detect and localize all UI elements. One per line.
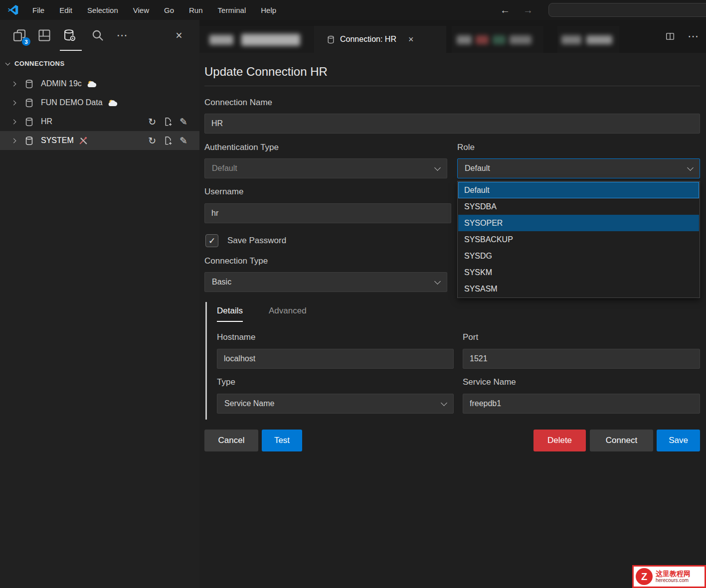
save-password-label: Save Password	[227, 236, 286, 246]
tab-blurred-right-2[interactable]	[557, 26, 619, 53]
main-body: 3 ⋯ × CONNECTIONS	[0, 20, 706, 588]
search-icon[interactable]	[90, 28, 105, 43]
chevron-down-icon	[434, 278, 441, 285]
role-option-sysasm[interactable]: SYSASM	[458, 281, 699, 297]
role-option-sysoper[interactable]: SYSOPER	[458, 215, 699, 231]
chevron-right-icon[interactable]	[11, 119, 16, 124]
tab-bar: Connection: HR × ⋯	[199, 20, 706, 53]
active-view-underline	[60, 50, 82, 51]
connection-label: SYSTEM	[41, 136, 74, 145]
split-editor-icon[interactable]	[666, 32, 675, 41]
connection-count-badge: 3	[22, 37, 30, 46]
authentication-type-value: Default	[212, 164, 237, 173]
layout-panels-icon[interactable]	[37, 28, 52, 43]
tab-blurred-right-1[interactable]	[452, 26, 543, 53]
connections-title: CONNECTIONS	[14, 60, 64, 67]
role-option-sysdba[interactable]: SYSDBA	[458, 198, 699, 215]
type-value: Service Name	[224, 399, 274, 408]
refresh-icon[interactable]: ↻	[148, 117, 156, 127]
tab-blurred-left[interactable]	[199, 26, 313, 53]
menu-help[interactable]: Help	[253, 6, 284, 14]
titlebar: File Edit Selection View Go Run Terminal…	[0, 0, 706, 20]
tab-advanced[interactable]: Advanced	[269, 306, 307, 322]
role-option-sysbackup[interactable]: SYSBACKUP	[458, 231, 699, 248]
chevron-right-icon[interactable]	[11, 138, 16, 143]
close-sidebar-icon[interactable]: ×	[172, 28, 186, 43]
menu-run[interactable]: Run	[181, 6, 210, 14]
test-button[interactable]: Test	[262, 430, 302, 451]
connection-item-system[interactable]: SYSTEM ↻ ✎	[0, 131, 199, 150]
connection-type-select[interactable]: Basic	[204, 272, 447, 292]
tab-connection-hr[interactable]: Connection: HR ×	[314, 26, 446, 53]
port-input[interactable]	[463, 349, 700, 369]
authentication-type-select[interactable]: Default	[204, 158, 447, 178]
username-input[interactable]	[204, 203, 451, 223]
menu-file[interactable]: File	[25, 6, 52, 14]
menu-terminal[interactable]: Terminal	[210, 6, 254, 14]
close-tab-icon[interactable]: ×	[408, 34, 414, 45]
new-file-icon[interactable]	[163, 136, 173, 146]
database-icon	[24, 136, 34, 146]
vscode-window: File Edit Selection View Go Run Terminal…	[0, 0, 706, 588]
tab-details[interactable]: Details	[217, 306, 243, 322]
role-option-syskm[interactable]: SYSKM	[458, 264, 699, 281]
cancel-button[interactable]: Cancel	[204, 430, 258, 451]
connection-name-input[interactable]	[204, 114, 700, 134]
menu-view[interactable]: View	[126, 6, 157, 14]
row-actions: ↻ ✎	[148, 136, 187, 146]
database-explorer-icon[interactable]	[62, 28, 77, 43]
menu-selection[interactable]: Selection	[80, 6, 126, 14]
database-icon	[24, 98, 34, 108]
username-label: Username	[204, 187, 243, 197]
edit-icon[interactable]: ✎	[179, 136, 187, 146]
watermark-url: herecours.com	[656, 578, 691, 584]
role-dropdown: Default SYSDBA SYSOPER SYSBACKUP SYSDG S…	[457, 181, 700, 298]
watermark: Z 这里教程网 herecours.com	[632, 565, 706, 588]
menu-edit[interactable]: Edit	[52, 6, 80, 14]
new-connection-icon[interactable]: 3	[12, 28, 27, 43]
role-value: Default	[465, 164, 490, 173]
chevron-right-icon[interactable]	[11, 81, 16, 86]
save-password-checkbox[interactable]: ✓	[205, 234, 218, 247]
more-actions-icon[interactable]: ⋯	[115, 28, 130, 43]
service-name-input[interactable]	[463, 394, 700, 414]
role-option-sysdg[interactable]: SYSDG	[458, 248, 699, 264]
port-label: Port	[463, 332, 478, 342]
edit-icon[interactable]: ✎	[179, 117, 187, 127]
connection-form: Update Connection HR Connection Name Aut…	[199, 53, 706, 588]
cloud-icon	[108, 99, 119, 107]
back-button[interactable]: ←	[498, 0, 513, 20]
more-actions-icon[interactable]: ⋯	[688, 30, 699, 43]
title-divider	[204, 86, 700, 86]
connection-item-hr[interactable]: HR ↻ ✎	[0, 112, 199, 131]
connections-section-header[interactable]: CONNECTIONS	[0, 51, 199, 72]
watermark-title: 这里教程网	[656, 570, 691, 578]
connection-item-fun-demo-data[interactable]: FUN DEMO Data	[0, 93, 199, 112]
tab-title: Connection: HR	[340, 35, 396, 44]
save-button[interactable]: Save	[657, 430, 700, 451]
service-name-label: Service Name	[463, 377, 516, 387]
tools-icon	[79, 136, 88, 145]
menubar: File Edit Selection View Go Run Terminal…	[25, 0, 284, 20]
hostname-input[interactable]	[217, 349, 454, 369]
connection-label: HR	[41, 117, 52, 126]
role-option-default[interactable]: Default	[458, 182, 699, 198]
chevron-right-icon[interactable]	[11, 100, 16, 105]
delete-button[interactable]: Delete	[533, 430, 586, 451]
forward-button[interactable]: →	[521, 0, 535, 20]
chevron-down-icon	[434, 164, 441, 171]
type-select[interactable]: Service Name	[217, 394, 454, 414]
command-center[interactable]	[548, 3, 706, 17]
new-file-icon[interactable]	[163, 117, 173, 127]
role-select[interactable]: Default	[457, 158, 700, 178]
connections-tree: ADMIN 19c FUN DEMO Data	[0, 74, 199, 150]
editor-area: Connection: HR × ⋯	[199, 20, 706, 588]
connect-button[interactable]: Connect	[590, 430, 653, 451]
database-icon	[24, 117, 34, 127]
page-title: Update Connection HR	[204, 65, 328, 79]
connection-label: ADMIN 19c	[41, 79, 82, 88]
connection-item-admin19c[interactable]: ADMIN 19c	[0, 74, 199, 93]
hostname-label: Hostname	[217, 332, 255, 342]
refresh-icon[interactable]: ↻	[148, 136, 156, 146]
menu-go[interactable]: Go	[157, 6, 181, 14]
